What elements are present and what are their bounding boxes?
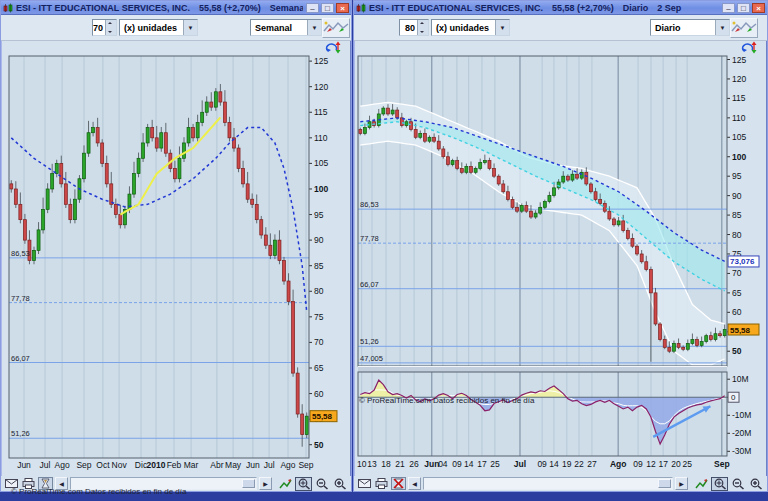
chevron-down-icon[interactable]: ▼ [307,20,321,35]
close-button[interactable]: × [752,3,765,13]
svg-text:09: 09 [633,459,643,469]
svg-text:80: 80 [314,286,324,296]
weekly-price-chart[interactable]: JunJulAgoSepOctNovDic2010FebMarAbrMayJun… [1,41,353,478]
svg-text:Jul: Jul [514,459,526,469]
daily-price-chart[interactable]: 1013182126Jun0409141725Jul0914192227Ago0… [354,41,768,478]
svg-text:70: 70 [314,337,324,347]
svg-text:85: 85 [314,261,324,271]
svg-text:66,07: 66,07 [11,354,30,363]
units-count-stepper[interactable]: 70 [92,19,117,36]
zoom-out-icon [731,478,745,490]
chart-window-daily: ESI - ITT EDUCATIONAL SERVICES, INC. 55,… [353,0,768,492]
auto-scale-button[interactable] [693,477,710,491]
maximize-button[interactable]: □ [737,3,750,13]
scale-reset-icon[interactable] [739,41,757,54]
close-button[interactable]: × [336,3,349,13]
window-controls: – □ × [722,3,765,13]
svg-text:17: 17 [477,459,487,469]
svg-text:09: 09 [537,459,547,469]
maximize-button[interactable]: □ [321,3,334,13]
svg-text:50: 50 [314,440,324,450]
svg-text:100: 100 [314,184,328,194]
minimize-button[interactable]: – [306,3,319,13]
horizontal-scrollbar[interactable] [423,477,673,490]
plot-area [9,56,309,458]
svg-text:Ago: Ago [280,460,295,470]
zoom-in-button[interactable] [331,477,348,491]
chart-type-button[interactable] [322,18,350,38]
chart-area-weekly[interactable]: JunJulAgoSepOctNovDic2010FebMarAbrMayJun… [1,41,351,478]
svg-text:09: 09 [452,459,462,469]
svg-text:2010: 2010 [147,460,166,470]
zoom-select-button[interactable] [295,477,312,491]
svg-text:65: 65 [314,363,324,373]
chevron-down-icon[interactable]: ▼ [183,20,197,35]
zoom-box-icon [297,478,311,490]
intraday-disabled-button[interactable] [391,477,406,490]
price-tag: 55,58 [310,411,337,422]
svg-text:Sep: Sep [714,459,730,469]
zoom-out-button[interactable] [313,477,330,491]
units-mode-dropdown[interactable]: (x) unidades ▼ [119,19,198,36]
email-button[interactable] [357,477,372,490]
svg-text:Feb: Feb [167,460,182,470]
scroll-left-button[interactable]: ◀ [408,477,421,490]
zoom-in-button[interactable] [747,477,764,491]
svg-text:25: 25 [490,459,500,469]
svg-text:60: 60 [732,307,742,317]
svg-text:10M: 10M [732,374,749,384]
svg-text:17: 17 [658,459,668,469]
svg-text:47,005: 47,005 [360,354,383,363]
chevron-down-icon[interactable]: ▼ [715,20,729,35]
symbol-name: ESI - ITT EDUCATIONAL SERVICES, INC. [16,3,190,13]
price-tag: 55,58 [728,324,759,335]
svg-text:73,076: 73,076 [730,257,755,266]
svg-text:-30M: -30M [732,446,751,456]
scroll-right-button[interactable]: ▶ [675,477,688,490]
minimize-button[interactable]: – [722,3,735,13]
svg-text:18: 18 [381,459,391,469]
svg-text:80: 80 [732,230,742,240]
stepper-arrows-icon[interactable] [105,20,116,35]
zoom-box-icon [713,478,727,490]
svg-text:115: 115 [314,107,328,117]
svg-text:125: 125 [314,56,328,66]
candlestick-app-icon [356,0,366,17]
print-button[interactable] [374,477,389,490]
chart-area-daily[interactable]: 1013182126Jun0409141725Jul0914192227Ago0… [354,41,767,478]
quote-value: 55,58 (+2,70%) [552,3,614,13]
copyright-text: © ProRealTime.com Datos recibidos en fin… [359,396,534,405]
scroll-right-button[interactable]: ▶ [259,477,272,490]
svg-text:95: 95 [732,171,742,181]
units-count-stepper[interactable]: 80 [399,19,429,36]
svg-text:Ago: Ago [610,459,627,469]
svg-text:86,53: 86,53 [11,249,30,258]
svg-text:-20M: -20M [732,428,751,438]
period-dropdown[interactable]: Diario ▼ [650,19,730,36]
stepper-arrows-icon[interactable] [417,20,428,35]
period-dropdown[interactable]: Semanal ▼ [250,19,322,36]
units-count-value: 80 [400,23,417,33]
titlebar[interactable]: ESI - ITT EDUCATIONAL SERVICES, INC. 55,… [354,1,767,15]
scrollbar-thumb[interactable] [658,479,671,488]
chevron-down-icon[interactable]: ▼ [495,20,509,35]
window-controls: – □ × [306,3,349,13]
zoom-out-button[interactable] [729,477,746,491]
svg-text:0: 0 [731,393,736,402]
svg-text:75: 75 [314,312,324,322]
svg-text:Jun: Jun [424,459,439,469]
svg-text:77,78: 77,78 [360,234,379,243]
scrollbar-thumb[interactable] [242,479,255,488]
svg-text:21: 21 [395,459,405,469]
svg-text:Jul: Jul [40,460,51,470]
svg-text:Abr: Abr [210,460,223,470]
units-mode-dropdown[interactable]: (x) unidades ▼ [431,19,510,36]
scale-reset-icon[interactable] [323,41,341,54]
zoom-select-button[interactable] [711,477,728,491]
titlebar[interactable]: ESI - ITT EDUCATIONAL SERVICES, INC. 55,… [1,1,351,15]
svg-text:125: 125 [732,55,746,65]
copyright-text: © ProRealTime.com Datos recibidos en fin… [11,487,186,496]
svg-text:86,53: 86,53 [360,200,379,209]
auto-scale-button[interactable] [277,477,294,491]
chart-type-button[interactable] [730,18,758,38]
